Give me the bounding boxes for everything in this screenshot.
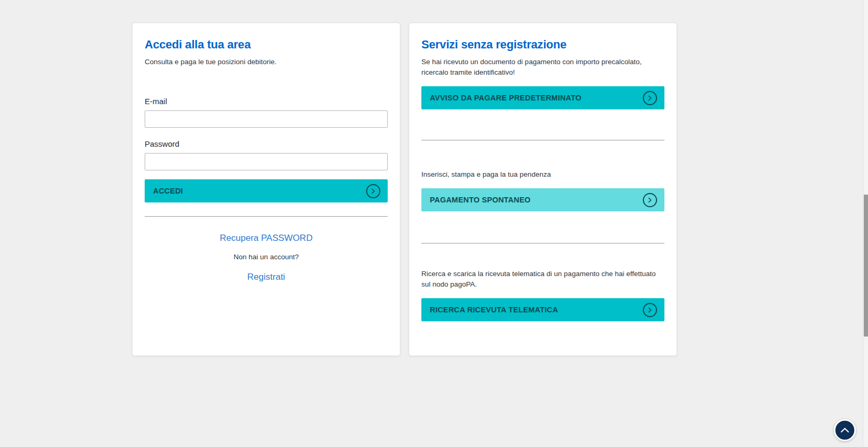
accedi-button-label: ACCEDI [153,187,183,195]
pagamento-spontaneo-button[interactable]: PAGAMENTO SPONTANEO [421,188,664,211]
password-input[interactable] [145,153,388,170]
services-divider [421,140,664,140]
avviso-predeterminato-button[interactable]: AVVISO DA PAGARE PREDETERMINATO [421,86,664,109]
login-subtitle: Consulta e paga le tue posizioni debitor… [145,57,388,67]
ricevuta-button-label: RICERCA RICEVUTA TELEMATICA [430,306,558,314]
scrollbar[interactable] [863,0,868,447]
login-links: Recupera PASSWORD Non hai un account? Re… [145,217,388,283]
spontaneo-button-label: PAGAMENTO SPONTANEO [430,196,531,204]
password-label: Password [145,138,388,150]
scrollbar-thumb[interactable] [864,195,868,337]
register-link[interactable]: Registrati [247,271,285,283]
no-account-text: Non hai un account? [145,252,388,262]
ricevuta-description: Ricerca e scarica la ricevuta telematica… [421,269,664,290]
chevron-right-circle-icon [643,193,657,207]
login-card: Accedi alla tua area Consulta e paga le … [132,23,400,356]
recover-password-link[interactable]: Recupera PASSWORD [220,232,312,244]
email-label: E-mail [145,96,388,107]
chevron-right-circle-icon [366,184,380,198]
services-card: Servizi senza registrazione Se hai ricev… [409,23,677,356]
chevron-up-icon [840,426,850,434]
main-content: Accedi alla tua area Consulta e paga le … [132,23,677,356]
spontaneo-description: Inserisci, stampa e paga la tua pendenza [421,169,664,180]
services-divider [421,243,664,243]
scroll-to-top-button[interactable] [834,419,856,441]
chevron-right-circle-icon [643,303,657,317]
avviso-button-label: AVVISO DA PAGARE PREDETERMINATO [430,94,581,102]
email-input[interactable] [145,110,388,128]
login-title: Accedi alla tua area [145,37,388,52]
services-title: Servizi senza registrazione [421,37,664,52]
accedi-button[interactable]: ACCEDI [145,179,388,202]
ricerca-ricevuta-button[interactable]: RICERCA RICEVUTA TELEMATICA [421,298,664,321]
avviso-description: Se hai ricevuto un documento di pagament… [421,57,664,78]
chevron-right-circle-icon [643,91,657,105]
